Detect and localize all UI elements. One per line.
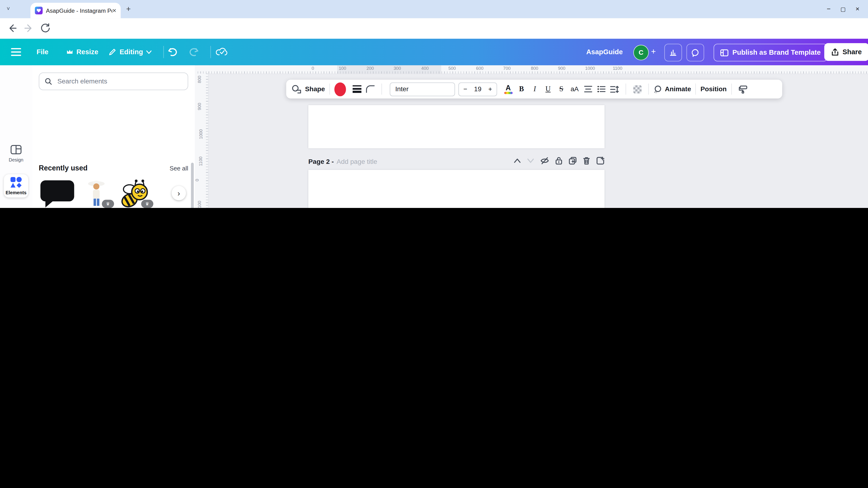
share-button[interactable]: Share <box>824 43 868 61</box>
sidebar-item-text[interactable]: Text <box>0 202 32 208</box>
browser-titlebar: ˅ AsapGuide - Instagram Post × + − ▢ × <box>0 0 868 18</box>
redo-icon[interactable] <box>188 47 199 57</box>
copy-style-button[interactable] <box>736 83 749 96</box>
ruler-left-label: 1000 <box>198 129 203 139</box>
ruler-left-label: 900 <box>197 103 202 110</box>
file-menu[interactable]: File <box>36 48 49 56</box>
browser-tab[interactable]: AsapGuide - Instagram Post × <box>30 3 121 19</box>
spacing-button[interactable] <box>608 83 621 96</box>
comments-button[interactable] <box>686 44 704 61</box>
font-size-stepper: − 19 + <box>458 82 497 96</box>
canva-favicon <box>35 7 43 14</box>
move-page-down-icon[interactable] <box>527 158 534 163</box>
ruler-top-label: 0 <box>312 66 314 71</box>
delete-page-icon[interactable] <box>583 157 590 165</box>
search-input[interactable] <box>56 77 182 86</box>
pro-crown-badge: ♛ <box>141 200 153 208</box>
ruler-top-label: 500 <box>448 66 456 71</box>
ruler-top-label: 1000 <box>585 66 595 71</box>
elements-panel: Recently used See all ♛ ♛ › Shapes See a… <box>32 65 195 208</box>
share-upload-icon <box>832 48 839 56</box>
window-minimize-button[interactable]: − <box>822 0 836 18</box>
undo-icon[interactable] <box>168 47 178 57</box>
text-color-button[interactable]: A <box>501 83 515 96</box>
new-tab-button[interactable]: + <box>126 4 131 13</box>
corner-rounding-button[interactable] <box>364 83 377 96</box>
ruler-left-label: 0 <box>195 179 199 181</box>
ruler-horizontal: 010020030040050060070080090010001100 <box>198 65 868 74</box>
ruler-vertical: 8009001000110001002003004005006007008009… <box>195 73 209 208</box>
window-close-button[interactable]: × <box>850 0 865 18</box>
reload-icon[interactable] <box>40 23 51 34</box>
ruler-left-label: 1100 <box>198 157 203 166</box>
tab-close-icon[interactable]: × <box>112 7 116 14</box>
bar-chart-icon <box>669 49 677 57</box>
text-align-button[interactable] <box>581 83 594 96</box>
pencil-icon <box>108 48 116 56</box>
see-all-recently-used[interactable]: See all <box>169 165 188 171</box>
sidebar-item-elements[interactable]: Elements <box>0 170 32 202</box>
browser-addressbar: canva.com/design/DAGT6BWzfDw/_mxqpc3--uQ… <box>0 18 868 39</box>
forward-icon[interactable] <box>23 23 34 34</box>
page-title-placeholder[interactable]: Add page title <box>337 158 377 165</box>
lock-page-icon[interactable] <box>555 157 563 165</box>
scroll-right-recently-used[interactable]: › <box>172 186 186 200</box>
tab-title: AsapGuide - Instagram Post <box>46 7 113 14</box>
strikethrough-button[interactable]: S <box>555 83 568 96</box>
add-page-icon[interactable] <box>596 157 604 165</box>
ruler-top-label: 800 <box>531 66 538 71</box>
bold-button[interactable]: B <box>515 83 528 96</box>
ruler-top-label: 1100 <box>613 66 622 71</box>
ruler-top-label: 100 <box>339 66 346 71</box>
element-speech-bubble[interactable] <box>39 178 76 208</box>
ruler-top-label: 400 <box>421 66 429 71</box>
page-2-header: Page 2 - Add page title <box>308 157 604 166</box>
add-member-icon[interactable]: + <box>651 46 656 56</box>
ruler-top-label: 700 <box>503 66 510 71</box>
font-size-value[interactable]: 19 <box>474 85 482 93</box>
tab-search-icon[interactable]: ˅ <box>7 5 10 11</box>
element-cowboy[interactable]: ♛ <box>78 178 115 208</box>
canva-editor-window: ˅ AsapGuide - Instagram Post × + − ▢ × c… <box>0 0 868 208</box>
animate-button[interactable]: Animate <box>653 85 691 93</box>
ruler-top-label: 200 <box>367 66 374 71</box>
shape-tool-icon[interactable] <box>292 85 302 94</box>
search-elements-box[interactable] <box>39 72 188 90</box>
template-icon <box>720 49 728 56</box>
resize-menu[interactable]: Resize <box>66 48 98 56</box>
italic-button[interactable]: I <box>528 83 541 96</box>
sidebar-rail: Design Elements Text Brand Uploads Draw … <box>0 65 33 208</box>
panel-scrollbar[interactable] <box>191 163 194 208</box>
canvas-page-1-partial[interactable] <box>308 105 604 148</box>
duplicate-page-icon[interactable] <box>568 157 577 165</box>
element-bee[interactable]: ♛ <box>118 178 154 208</box>
font-family-select[interactable]: Inter <box>390 82 455 96</box>
back-icon[interactable] <box>7 23 18 34</box>
fill-color-swatch[interactable] <box>335 82 346 96</box>
account-avatar[interactable]: C <box>633 45 649 60</box>
position-button[interactable]: Position <box>701 85 727 93</box>
window-restore-button[interactable]: ▢ <box>836 0 850 18</box>
editing-mode-menu[interactable]: Editing <box>108 48 152 56</box>
text-case-button[interactable]: aA <box>568 83 581 96</box>
move-page-up-icon[interactable] <box>514 158 521 163</box>
shape-tool-label[interactable]: Shape <box>305 85 325 93</box>
elements-icon <box>10 176 22 188</box>
insights-button[interactable] <box>664 44 682 61</box>
animate-icon <box>653 85 661 93</box>
transparency-button[interactable] <box>630 83 644 96</box>
canvas-page-2[interactable] <box>308 170 604 208</box>
underline-button[interactable]: U <box>541 83 555 96</box>
ruler-left-label: 100 <box>197 201 202 208</box>
hamburger-menu-icon[interactable] <box>10 47 22 57</box>
font-size-decrease[interactable]: − <box>463 85 467 93</box>
sidebar-item-design[interactable]: Design <box>0 137 32 169</box>
hide-page-icon[interactable] <box>540 157 549 165</box>
list-button[interactable] <box>595 83 608 96</box>
publish-brand-template-button[interactable]: Publish as Brand Template <box>714 44 827 61</box>
cloud-saved-icon <box>216 46 228 58</box>
font-size-increase[interactable]: + <box>488 85 492 93</box>
comment-bubble-icon <box>691 48 700 57</box>
border-style-button[interactable] <box>350 83 364 96</box>
canva-header: File Resize Editing AsapGuide C + Publis… <box>0 39 868 65</box>
